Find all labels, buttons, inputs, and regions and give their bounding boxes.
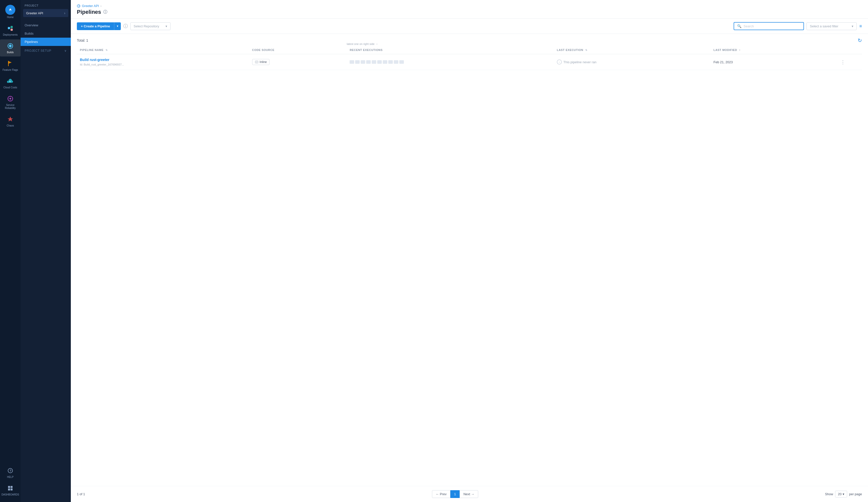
exec-bar-9 [394, 60, 398, 64]
last-execution-sort-icon[interactable]: ⇅ [585, 49, 588, 51]
td-last-execution: ○ This pipeline never ran [554, 54, 711, 70]
page-header: Greeter API › Pipelines ⓘ [71, 0, 868, 19]
search-box: 🔍 [734, 22, 804, 30]
current-page-button[interactable]: 1 [450, 490, 459, 498]
per-page-value: 20 [838, 492, 841, 496]
svg-point-6 [9, 45, 12, 48]
per-page-selector: Show 20 ▾ per page [825, 491, 862, 498]
latest-note: latest one on right side → [347, 42, 378, 45]
sidebar-item-builds-label: Builds [7, 51, 13, 54]
search-icon: 🔍 [737, 24, 741, 28]
pipelines-table: PIPELINE NAME ⇅ CODE SOURCE latest one o… [77, 46, 862, 70]
td-last-modified: Feb 21, 2023 [711, 54, 824, 70]
th-code-source: CODE SOURCE [249, 46, 347, 54]
sidebar-item-help-label: HELP [7, 475, 13, 479]
svg-rect-14 [8, 489, 10, 490]
page-info: 1 of 1 [77, 492, 85, 496]
svg-point-9 [10, 98, 11, 100]
svg-rect-2 [8, 27, 10, 29]
pagination-controls: ← Prev 1 Next → [432, 490, 478, 498]
project-selector[interactable]: Greeter API › [23, 9, 68, 17]
table-summary: Total: 1 ↻ [77, 34, 862, 46]
th-pipeline-name: PIPELINE NAME ⇅ [77, 46, 249, 54]
breadcrumb-separator: › [101, 4, 102, 8]
next-page-button[interactable]: Next → [459, 490, 478, 498]
sidebar-item-dashboards[interactable]: DASHBOARDS [0, 482, 21, 499]
th-actions [824, 46, 862, 54]
sidebar-item-deployments-label: Deployments [3, 33, 18, 36]
sidebar-item-builds[interactable]: Builds [0, 39, 21, 56]
nav-builds[interactable]: Builds [21, 29, 71, 38]
prev-page-button[interactable]: ← Prev [432, 490, 450, 498]
per-page-dropdown[interactable]: 20 ▾ [835, 491, 847, 498]
main-sidebar: Home Deployments Builds [0, 0, 21, 502]
nav-overview[interactable]: Overview [21, 21, 71, 29]
table-header-row: PIPELINE NAME ⇅ CODE SOURCE latest one o… [77, 46, 862, 54]
never-ran-icon: ○ [557, 60, 562, 64]
exec-bar-4 [366, 60, 371, 64]
project-name: Greeter API [26, 11, 43, 15]
never-ran-text: This pipeline never ran [564, 60, 597, 64]
th-last-execution: LAST EXECUTION ⇅ [554, 46, 711, 54]
create-pipeline-button-group: + Create a Pipeline ▾ [77, 22, 121, 30]
last-modified-sort-icon[interactable]: ↑ [739, 49, 741, 51]
recent-executions-bars [350, 60, 551, 64]
project-label: Project [21, 4, 71, 9]
exec-bar-10 [399, 60, 404, 64]
td-row-menu: ⋮ [824, 54, 862, 70]
never-ran-indicator: ○ This pipeline never ran [557, 60, 707, 64]
sidebar-item-chaos-label: Chaos [7, 124, 14, 127]
code-source-label: Inline [260, 60, 267, 64]
saved-filter-label: Select a saved filter [810, 24, 838, 28]
page-title-container: Pipelines ⓘ [77, 9, 862, 15]
page-info-icon[interactable]: ⓘ [103, 10, 107, 15]
svg-rect-4 [11, 29, 13, 31]
chaos-icon [6, 115, 14, 123]
builds-icon [6, 42, 14, 50]
filter-menu-icon[interactable]: ≡ [859, 24, 862, 29]
svg-rect-1 [10, 10, 11, 11]
toolbar-info-icon[interactable]: ⓘ [123, 23, 128, 29]
svg-rect-3 [11, 26, 13, 28]
sidebar-item-service-reliability[interactable]: Service Reliability [0, 92, 21, 112]
exec-bar-7 [383, 60, 387, 64]
exec-bar-5 [372, 60, 376, 64]
sidebar-item-feature-flags[interactable]: Feature Flags [0, 57, 21, 74]
select-repository-dropdown[interactable]: Select Repository ▾ [130, 22, 170, 30]
nav-pipelines[interactable]: Pipelines [21, 38, 71, 46]
project-selector-chevron: › [64, 11, 65, 15]
per-page-suffix: per page [849, 492, 862, 496]
pipeline-id: Id: Build_rust_greeter_167696937... [80, 63, 124, 66]
search-input[interactable] [743, 24, 800, 28]
sidebar-item-chaos[interactable]: Chaos [0, 113, 21, 130]
exec-bar-6 [377, 60, 382, 64]
breadcrumb-project-link[interactable]: Greeter API [82, 4, 99, 8]
sidebar-item-home[interactable]: Home [0, 2, 21, 21]
sidebar-bottom: ? HELP DASHBOARDS [0, 464, 21, 502]
saved-filter-dropdown[interactable]: Select a saved filter ▾ [806, 22, 857, 30]
toolbar: + Create a Pipeline ▾ ⓘ Select Repositor… [71, 19, 868, 34]
main-content: Greeter API › Pipelines ⓘ + Create a Pip… [71, 0, 868, 502]
exec-bar-2 [355, 60, 360, 64]
refresh-icon[interactable]: ↻ [858, 38, 862, 43]
exec-bar-1 [350, 60, 354, 64]
td-recent-executions [347, 54, 554, 70]
td-code-source: Inline [249, 54, 347, 70]
th-last-modified: LAST MODIFIED ↑ [711, 46, 824, 54]
project-sidebar: Project Greeter API › Overview Builds Pi… [21, 0, 71, 502]
home-icon [5, 5, 15, 15]
sidebar-item-dashboards-label: DASHBOARDS [1, 493, 19, 496]
sidebar-item-help[interactable]: ? HELP [0, 464, 21, 481]
row-menu-button[interactable]: ⋮ [827, 59, 859, 65]
td-pipeline-name: Build rust-greeter Id: Build_rust_greete… [77, 54, 249, 70]
exec-bar-8 [388, 60, 393, 64]
per-page-chevron: ▾ [843, 492, 844, 496]
sidebar-item-deployments[interactable]: Deployments [0, 22, 21, 39]
sidebar-item-feature-flags-label: Feature Flags [2, 69, 18, 72]
sidebar-item-cloud-costs[interactable]: $ Cloud Costs [0, 75, 21, 92]
pipeline-name-link[interactable]: Build rust-greeter [80, 58, 246, 62]
create-pipeline-button[interactable]: + Create a Pipeline [77, 22, 114, 30]
create-pipeline-dropdown[interactable]: ▾ [114, 22, 121, 30]
pipeline-name-sort-icon[interactable]: ⇅ [105, 49, 108, 51]
project-setup-header[interactable]: PROJECT SETUP ∨ [21, 46, 71, 54]
